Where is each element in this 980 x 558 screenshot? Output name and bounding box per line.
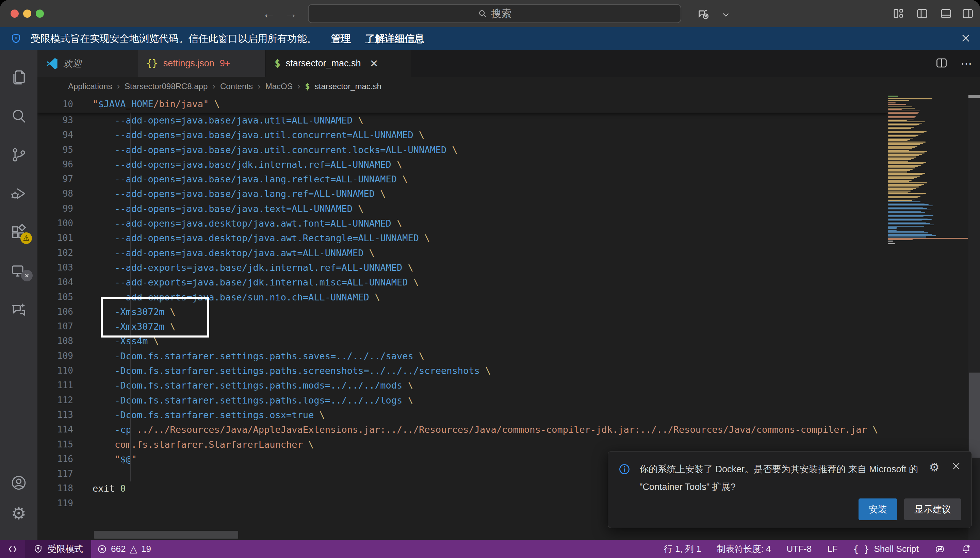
minimap-line bbox=[888, 150, 909, 151]
account-icon[interactable] bbox=[0, 465, 38, 501]
code-line[interactable]: 113 -Dcom.fs.starfarer.settings.osx=true… bbox=[38, 408, 888, 422]
code-line[interactable]: 110 -Dcom.fs.starfarer.settings.paths.sc… bbox=[38, 363, 888, 378]
minimap-line bbox=[888, 128, 911, 129]
install-button[interactable]: 安装 bbox=[859, 499, 897, 520]
minimap-line bbox=[888, 147, 915, 148]
close-window-button[interactable] bbox=[11, 10, 19, 18]
vertical-scrollbar-thumb[interactable] bbox=[969, 373, 980, 458]
code-line[interactable]: 115 com.fs.starfarer.StarfarerLauncher \ bbox=[38, 437, 888, 452]
code-line[interactable]: 98 --add-opens=java.base/java.lang.ref=A… bbox=[38, 187, 888, 201]
tab-starsector-mac-sh[interactable]: $ starsector_mac.sh ✕ bbox=[266, 50, 411, 77]
copilot-disabled-icon[interactable] bbox=[697, 8, 711, 21]
code-line[interactable]: 94 --add-opens=java.base/java.util.concu… bbox=[38, 128, 888, 142]
code-line[interactable]: 93 --add-opens=java.base/java.util=ALL-U… bbox=[38, 113, 888, 128]
minimap-line bbox=[888, 204, 929, 205]
breadcrumb-item[interactable]: Applications bbox=[68, 82, 112, 91]
sidebar-item-source-control[interactable] bbox=[0, 137, 38, 172]
sidebar-item-search[interactable] bbox=[0, 98, 38, 134]
minimap-line bbox=[888, 156, 916, 158]
banner-learn-more-link[interactable]: 了解详细信息 bbox=[365, 32, 424, 46]
warning-count: 19 bbox=[141, 544, 151, 554]
remote-indicator[interactable] bbox=[0, 540, 25, 558]
indentation-status[interactable]: 制表符长度: 4 bbox=[709, 540, 779, 558]
code-line[interactable]: 111 -Dcom.fs.starfarer.settings.paths.mo… bbox=[38, 378, 888, 393]
minimap-line bbox=[888, 104, 906, 105]
code-line[interactable]: 104 --add-exports=java.base/jdk.internal… bbox=[38, 275, 888, 290]
code-line[interactable]: 99 --add-opens=java.base/java.text=ALL-U… bbox=[38, 202, 888, 216]
notification-close-icon[interactable] bbox=[951, 461, 961, 474]
tab-welcome[interactable]: 欢迎 bbox=[38, 50, 138, 77]
tab-settings-json[interactable]: {} settings.json 9+ bbox=[138, 50, 266, 77]
breadcrumb-item[interactable]: MacOS bbox=[266, 82, 293, 91]
breadcrumb-item[interactable]: Contents bbox=[220, 82, 253, 91]
sidebar-item-extensions[interactable]: ⚠ bbox=[0, 215, 38, 250]
language-mode-status[interactable]: { } Shell Script bbox=[845, 540, 927, 558]
minimap-line bbox=[888, 120, 907, 121]
code-line[interactable]: 96 --add-opens=java.base/jdk.internal.re… bbox=[38, 157, 888, 172]
minimize-window-button[interactable] bbox=[23, 10, 31, 18]
breadcrumb-item[interactable]: starsector_mac.sh bbox=[315, 82, 381, 91]
minimap-line bbox=[888, 144, 920, 145]
command-center-search[interactable]: 搜索 bbox=[308, 4, 681, 23]
json-braces-icon: {} bbox=[146, 58, 158, 69]
sidebar-item-remote-explorer[interactable] bbox=[0, 253, 38, 289]
minimap-line bbox=[888, 193, 926, 194]
minimap-line bbox=[888, 202, 921, 202]
horizontal-scrollbar-thumb[interactable] bbox=[94, 531, 238, 538]
settings-gear-icon[interactable]: ⚙ bbox=[0, 496, 38, 531]
breadcrumb: Applications›Starsector098RC8.app›Conten… bbox=[38, 77, 888, 95]
minimap-line bbox=[888, 139, 910, 140]
toggle-sidebar-icon[interactable] bbox=[916, 8, 928, 20]
customize-layout-icon[interactable] bbox=[892, 8, 904, 20]
restricted-mode-status[interactable]: 受限模式 bbox=[25, 540, 91, 558]
sidebar-item-explorer[interactable] bbox=[0, 59, 38, 95]
minimap-line bbox=[888, 119, 914, 120]
minimap-line bbox=[888, 121, 925, 123]
toggle-panel-icon[interactable] bbox=[940, 8, 952, 20]
encoding-status[interactable]: UTF-8 bbox=[779, 540, 820, 558]
code-line[interactable]: 112 -Dcom.fs.starfarer.settings.paths.lo… bbox=[38, 393, 888, 408]
restricted-mode-label: 受限模式 bbox=[48, 543, 83, 555]
minimap-line bbox=[888, 211, 921, 212]
minimap-line bbox=[888, 97, 968, 98]
navigate-back-button[interactable]: ← bbox=[260, 6, 277, 21]
code-line[interactable]: 103 --add-exports=java.base/jdk.internal… bbox=[38, 260, 888, 275]
line-number: 118 bbox=[38, 481, 92, 496]
sidebar-item-run-debug[interactable] bbox=[0, 176, 38, 211]
code-line[interactable]: 114 -cp ../../Resources/Java/AppleJavaEx… bbox=[38, 422, 888, 437]
minimap-line bbox=[888, 197, 918, 199]
eol-status[interactable]: LF bbox=[819, 540, 845, 558]
problems-status[interactable]: 662 △ 19 bbox=[91, 540, 157, 558]
copilot-status-icon[interactable] bbox=[927, 540, 953, 558]
line-number: 106 bbox=[38, 305, 92, 319]
code-line[interactable]: 100 --add-opens=java.desktop/java.awt.fo… bbox=[38, 216, 888, 231]
minimap-line bbox=[888, 112, 919, 113]
minimap-line bbox=[888, 241, 893, 241]
minimap-line bbox=[888, 117, 915, 118]
line-number: 101 bbox=[38, 231, 92, 245]
code-line[interactable]: 109 -Dcom.fs.starfarer.settings.paths.sa… bbox=[38, 349, 888, 363]
chevron-down-icon[interactable] bbox=[721, 10, 730, 19]
minimap[interactable] bbox=[888, 95, 968, 266]
notifications-bell-icon[interactable] bbox=[953, 540, 980, 558]
more-actions-icon[interactable]: ⋯ bbox=[960, 57, 973, 71]
split-editor-icon[interactable] bbox=[936, 57, 948, 71]
toggle-secondary-sidebar-icon[interactable] bbox=[962, 8, 974, 20]
code-line[interactable]: 102 --add-opens=java.desktop/java.awt=AL… bbox=[38, 246, 888, 260]
notification-toast: 你的系统上安装了 Docker。是否要为其安装推荐的 来自 Microsoft … bbox=[608, 451, 972, 528]
navigate-forward-button[interactable]: → bbox=[282, 6, 299, 21]
tab-close-icon[interactable]: ✕ bbox=[369, 57, 378, 69]
line-number: 96 bbox=[38, 157, 92, 172]
show-recommendations-button[interactable]: 显示建议 bbox=[904, 499, 961, 520]
banner-close-icon[interactable] bbox=[960, 33, 971, 46]
code-line[interactable]: 97 --add-opens=java.base/java.lang.refle… bbox=[38, 172, 888, 187]
sidebar-item-chat[interactable] bbox=[0, 292, 38, 328]
cursor-position-status[interactable]: 行 1, 列 1 bbox=[656, 540, 709, 558]
banner-manage-link[interactable]: 管理 bbox=[331, 32, 351, 46]
notification-settings-gear-icon[interactable]: ⚙ bbox=[929, 460, 939, 474]
sticky-scroll-line[interactable]: 10"$JAVA_HOME/bin/java" \ bbox=[38, 95, 888, 113]
maximize-window-button[interactable] bbox=[36, 10, 44, 18]
breadcrumb-item[interactable]: Starsector098RC8.app bbox=[125, 82, 208, 91]
code-line[interactable]: 95 --add-opens=java.base/java.util.concu… bbox=[38, 143, 888, 157]
code-line[interactable]: 101 --add-opens=java.desktop/java.awt.Re… bbox=[38, 231, 888, 245]
